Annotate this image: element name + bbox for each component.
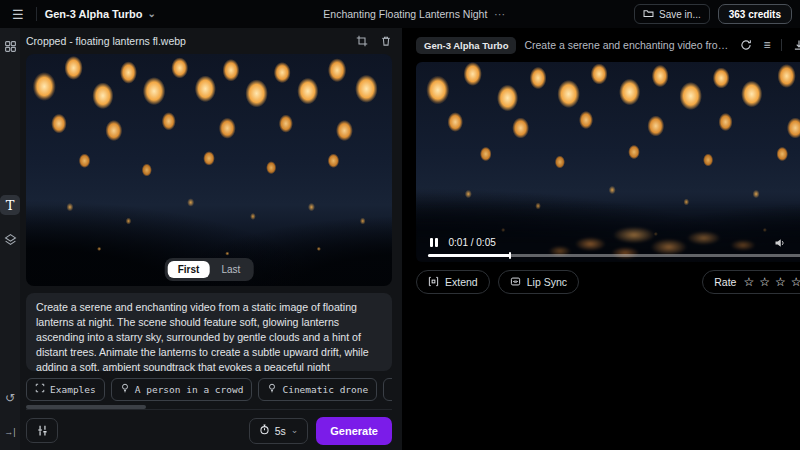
lip-sync-icon [510, 276, 521, 289]
reuse-settings-icon[interactable] [740, 39, 752, 51]
settings-sliders-icon[interactable] [26, 418, 58, 443]
menu-icon[interactable]: ☰ [8, 6, 28, 23]
star-icon[interactable]: ☆ [775, 276, 786, 288]
generate-bar: 5s ⌄ Generate [26, 409, 392, 450]
video-player[interactable]: 0:01 / 0:05 ⋮ [416, 62, 800, 262]
lightbulb-icon [267, 383, 277, 395]
duration-selector[interactable]: 5s ⌄ [249, 418, 309, 444]
details-lines-icon[interactable]: ≡ [763, 39, 770, 51]
chevron-down-icon: ⌄ [291, 425, 299, 435]
keyframe-first-button[interactable]: First [168, 261, 210, 278]
progress-bar[interactable] [428, 254, 800, 257]
collapse-icon[interactable]: →| [0, 422, 20, 442]
prompt-suggestions: Examples A person in a crowd Cinematic d… [26, 377, 392, 401]
assets-grid-icon[interactable] [0, 36, 20, 56]
stopwatch-icon [259, 424, 270, 437]
chevron-down-icon: ⌄ [147, 8, 155, 19]
save-in-button[interactable]: Save in... [634, 4, 710, 24]
model-name: Gen-3 Alpha Turbo [45, 8, 143, 20]
suggestion-chip[interactable]: Cinematic drone [258, 378, 377, 401]
suggestion-chip[interactable]: Close up [383, 378, 392, 401]
app-root: ☰ Gen-3 Alpha Turbo ⌄ Enchanting Floatin… [0, 0, 800, 450]
history-icon[interactable]: ↺ [0, 388, 20, 408]
extend-button[interactable]: Extend [416, 270, 490, 294]
pause-button[interactable] [428, 236, 440, 249]
model-tag[interactable]: Gen-3 Alpha Turbo [416, 37, 516, 54]
asset-title: Cropped - floating lanterns fl.webp [26, 35, 186, 47]
prompt-textarea[interactable]: Create a serene and enchanting video fro… [26, 293, 392, 371]
generate-button[interactable]: Generate [316, 417, 392, 445]
trash-icon[interactable] [380, 35, 392, 47]
model-selector[interactable]: Gen-3 Alpha Turbo ⌄ [45, 8, 156, 20]
tool-rail: T ↺ →| [0, 28, 20, 450]
session-title: Enchanting Floating Lanterns Night [323, 8, 487, 20]
rate-widget: Rate ☆ ☆ ☆ ☆ ☆ [702, 270, 800, 294]
keyframe-last-button[interactable]: Last [211, 261, 250, 278]
crop-icon[interactable] [356, 35, 368, 47]
volume-icon[interactable] [774, 237, 786, 249]
download-icon[interactable] [793, 39, 800, 51]
progress-played [428, 254, 510, 257]
output-panel: Gen-3 Alpha Turbo Create a serene and en… [402, 28, 800, 450]
star-rating: ☆ ☆ ☆ ☆ ☆ [743, 276, 800, 288]
top-bar: ☰ Gen-3 Alpha Turbo ⌄ Enchanting Floatin… [0, 0, 800, 28]
title-more-icon[interactable]: ⋯ [494, 8, 506, 20]
divider [781, 39, 782, 51]
time-display: 0:01 / 0:05 [449, 237, 496, 248]
input-image[interactable]: First Last [26, 54, 392, 286]
examples-chip[interactable]: Examples [26, 378, 105, 401]
examples-icon [35, 383, 45, 395]
lightbulb-icon [120, 383, 130, 395]
credits-badge[interactable]: 363 credits [718, 4, 792, 24]
folder-icon [643, 8, 654, 21]
divider [36, 7, 37, 21]
input-panel: Cropped - floating lanterns fl.webp Firs… [20, 28, 402, 450]
layers-icon[interactable] [0, 229, 20, 249]
prompt-preview: Create a serene and enchanting video fro… [524, 39, 732, 51]
star-icon[interactable]: ☆ [791, 276, 800, 288]
suggestion-chip[interactable]: A person in a crowd [111, 378, 253, 401]
text-tool-icon[interactable]: T [0, 195, 20, 215]
extend-icon [428, 276, 439, 289]
session-title-group[interactable]: Enchanting Floating Lanterns Night ⋯ [323, 0, 506, 28]
generation-actions: Extend Lip Sync Rate ☆ ☆ ☆ ☆ ☆ [402, 262, 800, 296]
star-icon[interactable]: ☆ [759, 276, 770, 288]
keyframe-toggle: First Last [165, 258, 254, 281]
lip-sync-button[interactable]: Lip Sync [498, 270, 579, 294]
star-icon[interactable]: ☆ [743, 276, 754, 288]
generation-header: Gen-3 Alpha Turbo Create a serene and en… [402, 32, 800, 58]
